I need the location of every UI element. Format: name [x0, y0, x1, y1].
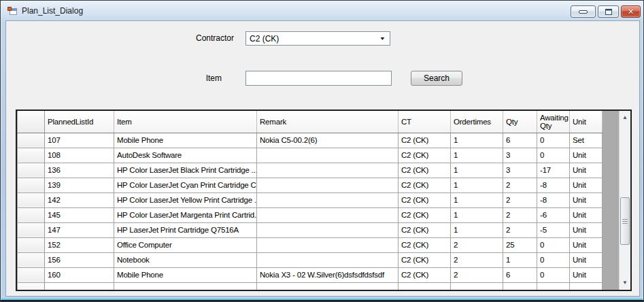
cell-remark[interactable]: [257, 207, 399, 222]
cell-awaiting-qty[interactable]: -8: [537, 192, 570, 207]
cell-ct[interactable]: C2 (CK): [399, 252, 451, 267]
cell-ordertimes[interactable]: 1: [451, 178, 503, 192]
cell-item[interactable]: HP Color LaserJet Black Print Cartridge …: [114, 163, 257, 178]
cell-remark[interactable]: [257, 163, 399, 178]
cell-plannedlistid[interactable]: 145: [45, 207, 114, 222]
cell-qty[interactable]: 1: [503, 252, 537, 267]
vertical-scrollbar[interactable]: ▲ ▼: [619, 111, 630, 290]
column-header-qty[interactable]: Qty: [503, 111, 537, 133]
cell-remark[interactable]: [257, 237, 399, 252]
cell-qty[interactable]: 2: [503, 192, 537, 207]
row-header-cell[interactable]: [18, 133, 45, 148]
column-header-remark[interactable]: Remark: [257, 111, 399, 133]
row-header-cell[interactable]: [18, 148, 45, 163]
cell-empty[interactable]: [257, 282, 399, 291]
cell-item[interactable]: Notebook: [114, 252, 257, 267]
cell-unit[interactable]: Unit: [570, 178, 603, 192]
cell-plannedlistid[interactable]: 156: [45, 252, 114, 267]
cell-awaiting-qty[interactable]: -8: [537, 178, 570, 192]
scrollbar-thumb[interactable]: [620, 197, 630, 245]
cell-awaiting-qty[interactable]: -17: [537, 163, 570, 178]
cell-ct[interactable]: C2 (CK): [399, 133, 451, 148]
search-button[interactable]: Search: [411, 71, 462, 86]
cell-qty[interactable]: 6: [503, 267, 537, 282]
cell-qty[interactable]: 2: [503, 222, 537, 237]
column-header-ct[interactable]: CT: [399, 111, 451, 133]
cell-unit[interactable]: Unit: [570, 267, 603, 282]
row-header-cell[interactable]: [18, 252, 45, 267]
row-header-cell[interactable]: [18, 192, 45, 207]
maximize-button[interactable]: [598, 5, 619, 18]
cell-ct[interactable]: C2 (CK): [399, 148, 451, 163]
column-header-unit[interactable]: Unit: [570, 111, 603, 133]
cell-plannedlistid[interactable]: 139: [45, 178, 114, 192]
column-header-item[interactable]: Item: [114, 111, 257, 133]
cell-plannedlistid[interactable]: 147: [45, 222, 114, 237]
cell-ordertimes[interactable]: 1: [451, 148, 503, 163]
row-header-cell[interactable]: [18, 282, 45, 291]
cell-unit[interactable]: Unit: [570, 237, 603, 252]
column-header-plannedlistid[interactable]: PlannedListId: [45, 111, 114, 133]
cell-ordertimes[interactable]: 2: [451, 252, 503, 267]
cell-ordertimes[interactable]: 2: [451, 237, 503, 252]
cell-ordertimes[interactable]: 2: [451, 267, 503, 282]
cell-empty[interactable]: [114, 282, 257, 291]
cell-empty[interactable]: [570, 282, 603, 291]
cell-item[interactable]: HP LaserJet Print Cartridge Q7516A: [114, 222, 257, 237]
cell-qty[interactable]: 6: [503, 133, 537, 148]
cell-unit[interactable]: Unit: [570, 207, 603, 222]
cell-awaiting-qty[interactable]: -5: [537, 222, 570, 237]
scroll-up-icon[interactable]: ▲: [620, 112, 630, 123]
cell-ct[interactable]: C2 (CK): [399, 178, 451, 192]
cell-qty[interactable]: 2: [503, 207, 537, 222]
cell-plannedlistid[interactable]: 142: [45, 192, 114, 207]
cell-ct[interactable]: C2 (CK): [399, 267, 451, 282]
grid-corner-cell[interactable]: [18, 111, 45, 133]
cell-ordertimes[interactable]: 1: [451, 207, 503, 222]
titlebar[interactable]: Plan_List_Dialog ✕: [1, 1, 643, 21]
cell-ct[interactable]: C2 (CK): [399, 222, 451, 237]
cell-awaiting-qty[interactable]: 0: [537, 133, 570, 148]
cell-item[interactable]: HP Color LaserJet Yellow Print Cartridge…: [114, 192, 257, 207]
cell-unit[interactable]: Unit: [570, 222, 603, 237]
cell-ct[interactable]: C2 (CK): [399, 207, 451, 222]
cell-remark[interactable]: [257, 252, 399, 267]
cell-remark[interactable]: [257, 192, 399, 207]
cell-remark[interactable]: [257, 222, 399, 237]
cell-remark[interactable]: Nokia X3 - 02 W.Silver(6)dsfsdfdsfsdf: [257, 267, 399, 282]
cell-awaiting-qty[interactable]: -6: [537, 207, 570, 222]
cell-awaiting-qty[interactable]: 0: [537, 252, 570, 267]
column-header-awaiting-qty[interactable]: Awaiting Qty: [537, 111, 570, 133]
row-header-cell[interactable]: [18, 267, 45, 282]
cell-qty[interactable]: 3: [503, 163, 537, 178]
cell-item[interactable]: Mobile Phone: [114, 133, 257, 148]
cell-ordertimes[interactable]: 1: [451, 133, 503, 148]
cell-qty[interactable]: 3: [503, 148, 537, 163]
cell-item[interactable]: Mobile Phone: [114, 267, 257, 282]
cell-empty[interactable]: [503, 282, 537, 291]
close-button[interactable]: ✕: [621, 5, 641, 18]
cell-ordertimes[interactable]: 1: [451, 192, 503, 207]
cell-unit[interactable]: Unit: [570, 148, 603, 163]
cell-remark[interactable]: [257, 148, 399, 163]
row-header-cell[interactable]: [18, 222, 45, 237]
cell-empty[interactable]: [451, 282, 503, 291]
cell-empty[interactable]: [45, 282, 114, 291]
cell-remark[interactable]: Nokia C5-00.2(6): [257, 133, 399, 148]
row-header-cell[interactable]: [18, 178, 45, 192]
contractor-combobox[interactable]: C2 (CK) ▼: [245, 31, 390, 46]
cell-awaiting-qty[interactable]: 0: [537, 148, 570, 163]
row-header-cell[interactable]: [18, 163, 45, 178]
cell-ordertimes[interactable]: 1: [451, 163, 503, 178]
cell-unit[interactable]: Unit: [570, 163, 603, 178]
cell-plannedlistid[interactable]: 152: [45, 237, 114, 252]
cell-remark[interactable]: [257, 178, 399, 192]
row-header-cell[interactable]: [18, 207, 45, 222]
cell-unit[interactable]: Unit: [570, 252, 603, 267]
cell-empty[interactable]: [399, 282, 451, 291]
cell-item[interactable]: HP Color LaserJet Margenta Print Cartrid…: [114, 207, 257, 222]
cell-ct[interactable]: C2 (CK): [399, 163, 451, 178]
cell-plannedlistid[interactable]: 136: [45, 163, 114, 178]
cell-awaiting-qty[interactable]: 0: [537, 267, 570, 282]
cell-item[interactable]: HP Color LaserJet Cyan Print Cartridge C…: [114, 178, 257, 192]
